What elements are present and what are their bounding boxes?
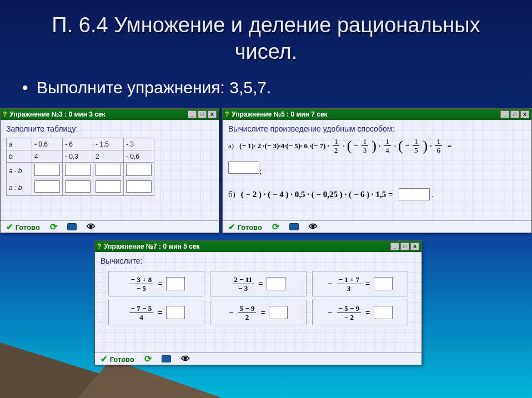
slide-title: П. 6.4 Умножение и деление рациональных …: [0, 0, 532, 70]
cell: - 6: [63, 138, 93, 150]
fraction: − 3 + 8− 5: [129, 276, 154, 292]
item-label: а): [228, 142, 234, 150]
window-title: Упражнение №5 : 0 мин 7 сек: [232, 110, 327, 118]
sign: −: [328, 279, 333, 289]
expr-text: ( − 2 ) · ( − 4 ) · 0,5 · ( − 0,25 ) · (…: [241, 190, 393, 199]
fraction-cell: − 7 − 54=: [108, 300, 204, 325]
cell: 4: [32, 150, 63, 163]
titlebar[interactable]: ? Упражнение №7 : 0 мин 5 сек _ □ X: [95, 241, 421, 252]
answer-input[interactable]: [269, 306, 288, 319]
answer-input[interactable]: [166, 306, 185, 319]
help-icon[interactable]: ?: [225, 110, 229, 118]
answer-input[interactable]: [166, 277, 185, 290]
help-icon[interactable]: ?: [3, 110, 7, 118]
fraction-cell: − 3 + 8− 5=: [108, 271, 204, 296]
cell: - 0,6: [32, 138, 63, 150]
titlebar[interactable]: ? Упражнение №3 : 0 мин 3 сек _ □ X: [1, 109, 219, 120]
cell: 2: [93, 150, 124, 163]
sign: −: [328, 308, 333, 318]
answer-input[interactable]: [267, 277, 285, 290]
expression-a: а) (− 1)· 2 ·(− 3)·4·(− 5)· 6 ·(− 7) · 1…: [228, 138, 526, 154]
minimize-button[interactable]: _: [188, 110, 197, 118]
minimize-button[interactable]: _: [390, 243, 399, 250]
window-title: Упражнение №7 : 0 мин 5 сек: [104, 243, 199, 250]
table-row: b 4 - 0,3 2 - 0,6: [7, 150, 154, 163]
eye-icon[interactable]: 👁: [181, 354, 190, 364]
answer-input[interactable]: [126, 164, 152, 176]
sign: −: [229, 308, 234, 318]
fraction: 2 − 11− 3: [232, 276, 254, 292]
fraction: − 5 − 9− 2: [337, 305, 362, 321]
prompt-text: Вычислите:: [101, 256, 416, 265]
table-row: a · b: [7, 163, 154, 179]
fraction-cell: −− 5 − 9− 2=: [312, 300, 408, 325]
cell: - 3: [124, 138, 154, 150]
prompt-text: Заполните таблицу:: [6, 124, 213, 133]
exercise-3-window: ? Упражнение №3 : 0 мин 3 сек _ □ X Запо…: [0, 108, 219, 233]
cell: - 0,6: [124, 150, 154, 163]
window-title: Упражнение №3 : 0 мин 3 сек: [9, 110, 105, 118]
table-row: a : b: [7, 179, 154, 196]
row-label: a · b: [7, 163, 32, 179]
exercise-7-window: ? Упражнение №7 : 0 мин 5 сек _ □ X Вычи…: [94, 240, 422, 365]
calculator-icon[interactable]: [162, 355, 171, 362]
check-icon: ✔: [101, 354, 108, 364]
answer-input[interactable]: [228, 162, 259, 174]
answer-input[interactable]: [399, 188, 430, 200]
done-button[interactable]: ✔ Готово: [101, 354, 134, 364]
fraction: − 1 + 73: [337, 276, 362, 292]
answer-input[interactable]: [65, 180, 91, 193]
fraction: 5 − 92: [238, 305, 257, 321]
answer-input[interactable]: [65, 164, 91, 176]
answer-input[interactable]: [96, 180, 121, 193]
answer-input[interactable]: [374, 306, 393, 319]
done-button[interactable]: ✔ Готово: [228, 222, 262, 232]
row-label: a: [7, 138, 32, 150]
cell: - 0,3: [63, 150, 93, 163]
help-icon[interactable]: ?: [97, 243, 101, 250]
titlebar[interactable]: ? Упражнение №5 : 0 мин 7 сек _ □ X: [223, 109, 531, 120]
close-button[interactable]: X: [520, 110, 529, 118]
expr-text: (− 1)· 2 ·(− 3)·4·(− 5)· 6 ·(− 7) ·: [239, 142, 329, 150]
expression-b: б) ( − 2 ) · ( − 4 ) · 0,5 · ( − 0,25 ) …: [228, 188, 526, 200]
answer-input[interactable]: [34, 164, 60, 176]
data-table: a - 0,6 - 6 - 1,5 - 3 b 4 - 0,3 2 - 0,6 …: [6, 138, 154, 196]
answer-input[interactable]: [34, 180, 60, 193]
answer-input[interactable]: [374, 277, 393, 290]
calculator-icon[interactable]: [289, 223, 299, 230]
row-label: b: [7, 150, 32, 163]
answer-input[interactable]: [126, 180, 152, 193]
toolbar: ✔ Готово ⟳ 👁: [223, 220, 531, 233]
check-icon: ✔: [228, 222, 235, 231]
item-label: б): [228, 190, 235, 199]
minimize-button[interactable]: _: [500, 110, 509, 118]
fraction-cell: −− 1 + 73=: [312, 271, 408, 296]
calculator-icon[interactable]: [67, 223, 77, 230]
check-icon: ✔: [6, 222, 13, 231]
slide-bullet: Выполните упражнения: 3,5,7.: [0, 70, 532, 107]
eye-icon[interactable]: 👁: [309, 222, 318, 232]
fraction: − 7 − 54: [129, 305, 154, 321]
toolbar: ✔ Готово ⟳ 👁: [95, 352, 421, 365]
eye-icon[interactable]: 👁: [87, 222, 96, 232]
answer-input[interactable]: [96, 164, 121, 176]
maximize-button[interactable]: □: [400, 243, 409, 250]
close-button[interactable]: X: [208, 110, 217, 118]
toolbar: ✔ Готово ⟳ 👁: [1, 220, 219, 233]
maximize-button[interactable]: □: [198, 110, 207, 118]
close-button[interactable]: X: [410, 243, 419, 250]
maximize-button[interactable]: □: [510, 110, 519, 118]
fraction-cell: 2 − 11− 3=: [210, 271, 306, 296]
table-row: a - 0,6 - 6 - 1,5 - 3: [7, 138, 154, 150]
done-button[interactable]: ✔ Готово: [6, 222, 40, 232]
refresh-icon[interactable]: ⟳: [272, 221, 279, 232]
fraction-cell: −5 − 92=: [210, 300, 306, 325]
refresh-icon[interactable]: ⟳: [144, 354, 152, 364]
exercise-5-window: ? Упражнение №5 : 0 мин 7 сек _ □ X Вычи…: [222, 108, 532, 233]
refresh-icon[interactable]: ⟳: [50, 221, 57, 232]
cell: - 1,5: [93, 138, 124, 150]
row-label: a : b: [7, 179, 32, 196]
prompt-text: Вычислите произведение удобным способом:: [228, 124, 526, 133]
